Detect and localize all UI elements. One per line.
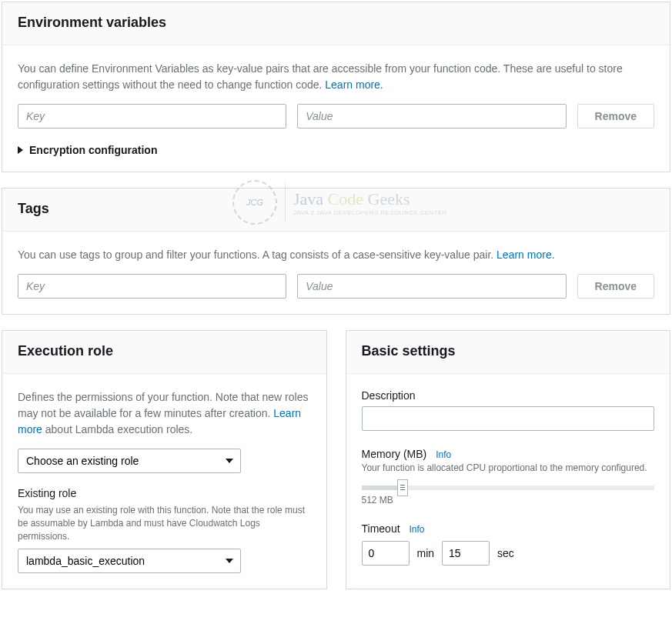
env-panel-header: Environment variables <box>2 2 670 45</box>
existing-role-sublabel: You may use an existing role with this f… <box>18 504 311 542</box>
execution-role-description: Defines the permissions of your function… <box>18 389 311 438</box>
env-value-input[interactable] <box>297 104 566 128</box>
tags-description: You can use tags to group and filter you… <box>18 247 654 263</box>
tags-remove-button[interactable]: Remove <box>577 274 654 299</box>
encryption-config-expander[interactable]: Encryption configuration <box>18 144 654 156</box>
tags-panel-header: Tags <box>2 189 670 232</box>
memory-value: 512 MB <box>362 495 655 506</box>
description-input[interactable] <box>362 406 655 431</box>
env-remove-button[interactable]: Remove <box>577 104 654 128</box>
choose-role-select[interactable]: Choose an existing role <box>18 449 241 473</box>
description-label: Description <box>362 389 655 402</box>
execution-role-header: Execution role <box>2 331 326 374</box>
tags-panel-title: Tags <box>18 201 654 217</box>
tags-panel: Tags You can use tags to group and filte… <box>2 188 670 315</box>
tags-value-input[interactable] <box>297 274 566 299</box>
execution-role-panel: Execution role Defines the permissions o… <box>2 330 327 589</box>
encryption-config-label: Encryption configuration <box>29 144 157 156</box>
timeout-sec-unit: sec <box>497 547 514 559</box>
timeout-min-input[interactable] <box>362 541 410 566</box>
timeout-label: Timeout <box>362 522 400 535</box>
slider-thumb[interactable] <box>397 479 408 496</box>
basic-settings-header: Basic settings <box>346 331 670 374</box>
timeout-min-unit: min <box>417 547 435 559</box>
tags-learn-more-link[interactable]: Learn more. <box>496 249 554 261</box>
execution-role-title: Execution role <box>18 343 311 359</box>
env-key-input[interactable] <box>18 104 286 128</box>
timeout-info-link[interactable]: Info <box>409 524 424 535</box>
caret-right-icon <box>18 146 23 154</box>
timeout-sec-input[interactable] <box>442 541 490 566</box>
existing-role-select[interactable]: lambda_basic_execution <box>18 549 241 573</box>
basic-settings-title: Basic settings <box>362 343 655 359</box>
existing-role-label: Existing role <box>18 487 311 499</box>
env-panel-title: Environment variables <box>18 15 654 31</box>
basic-settings-panel: Basic settings Description Memory (MB) I… <box>346 330 671 589</box>
env-learn-more-link[interactable]: Learn more. <box>325 78 383 91</box>
slider-fill <box>362 486 403 490</box>
env-description: You can define Environment Variables as … <box>18 61 654 93</box>
env-kv-row: Remove <box>18 104 654 128</box>
memory-sublabel: Your function is allocated CPU proportio… <box>362 462 655 475</box>
memory-info-link[interactable]: Info <box>436 449 451 460</box>
memory-slider[interactable] <box>362 486 655 490</box>
timeout-row: min sec <box>362 541 655 566</box>
tags-kv-row: Remove <box>18 274 654 299</box>
memory-label: Memory (MB) <box>362 448 427 460</box>
env-variables-panel: Environment variables You can define Env… <box>2 2 670 172</box>
tags-key-input[interactable] <box>18 274 286 299</box>
